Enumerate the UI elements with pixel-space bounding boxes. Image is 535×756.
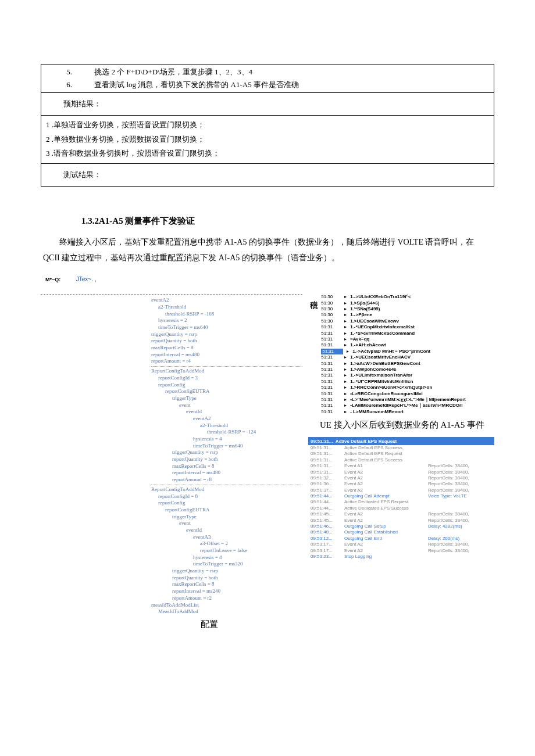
log-row: 51:31▸•LAMMouremefdlRepcH'L*>Me｜asur9m<M… xyxy=(321,403,494,409)
expected-label: 预期结果： xyxy=(46,99,489,109)
section-heading: 1.3.2A1-A5 测量事件下发验证 xyxy=(41,216,494,227)
tree-node: reportConfigEUTRA xyxy=(151,388,302,395)
expected-3-num: 3 xyxy=(46,149,50,157)
event-row: 09:51:31...Event A1ReportCells: 38400, xyxy=(308,463,494,469)
tree-node: triggerType xyxy=(151,514,302,521)
tree-node: reportConfigId = 8 xyxy=(151,493,302,500)
log-row: 51:30▸1.'*SNa(S495) xyxy=(321,306,494,312)
tree-node: eventA3 xyxy=(151,534,302,541)
test-result-cell: 测试结果： xyxy=(41,164,494,187)
tree-node: timeToTrigger = ms640 xyxy=(151,443,302,450)
event-row: 09:51:46...Outgoing Call SetupDelay: 428… xyxy=(308,524,494,529)
step-5: 5. 挑选 2 个 F+D\D+D\场景，重复步骤 1、2、3、4 xyxy=(46,67,489,77)
tree-node: eventA2 xyxy=(151,415,302,422)
event-row: 09:51:44...Active Dedicated EPS Success xyxy=(308,506,494,511)
log-row: 51:30▸1.->Pβene xyxy=(321,312,494,318)
tree-node: timeToTrigger = ms320 xyxy=(151,561,302,568)
tree-node: reportOnLeave = false xyxy=(151,547,302,554)
tree-node: reportConfigEUTRA xyxy=(151,507,302,514)
expected-2-text: .单独数据业务切换，按照数据设置门限切换； xyxy=(52,135,205,144)
right-column: 税倍 51:30▸1.->ULInKXEebOnTra119f°<51:30▸1… xyxy=(308,294,494,615)
event-row: 09:51:31...Active Default EPS Success xyxy=(308,457,494,463)
tree-node: measIdToAddModList xyxy=(151,602,302,609)
log-row: 51:31▸1.->AH:chAeowt xyxy=(321,342,494,348)
tree-node: triggerType xyxy=(151,395,302,402)
tree-node: maxReportCells = 8 xyxy=(151,345,302,352)
tree-node: reportConfigId = 3 xyxy=(151,375,302,382)
event-row: 09:51:31...Event A2ReportCells: 38400, xyxy=(308,470,494,475)
event-table-header: Active Default EPS Request xyxy=(336,439,397,444)
expected-1: 1 .单独语音业务切换，按照语音设置门限切换； xyxy=(46,118,489,132)
tree-node: threshold-RSRP = -124 xyxy=(151,429,302,436)
tree-node: a2-Threshold xyxy=(151,304,302,311)
expected-1-num: 1 xyxy=(46,120,50,129)
tree-node: reportInterval = ms240 xyxy=(151,588,302,595)
log-row: 51:30▸1.>Sβs(S4>6) xyxy=(321,300,494,306)
tree-node: MeasIdToAddMod xyxy=(151,608,302,615)
tree-node: reportConfig xyxy=(151,500,302,507)
log-row: 51:31▸1.-*UECnpMtxIrtvInfcxmalKst xyxy=(321,324,494,330)
log-row: 51:31▸»Avk≡qq xyxy=(321,336,494,342)
log-row: 51:30▸1.->ULInKXEebOnTra119f°< xyxy=(321,294,494,300)
config-tree: eventA2a2-Thresholdthreshold-RSRP = -108… xyxy=(41,294,302,615)
tree-node: reportConfig xyxy=(151,382,302,389)
event-row: 09:53:12...Outgoing Call EndDelay: 200(m… xyxy=(308,536,494,542)
event-row: 09:51:45...Event A2ReportCells: 38400, xyxy=(308,511,494,517)
tree-node: eventId xyxy=(151,527,302,534)
event-row: 09:51:32...Event A2ReportCells: 38400, xyxy=(308,475,494,481)
expected-3-text: .语音和数据业务切换时，按照语音设置门限切换； xyxy=(52,149,220,157)
event-row: 09:51:45...Event A2ReportCells: 38400, xyxy=(308,518,494,524)
tree-node: hysteresis = 2 xyxy=(151,317,302,324)
log-row: 51:31▸1.->UECsoatMrltvEncHACV xyxy=(321,354,494,360)
log-row: 51:31▸1.->ActvβlaD MnHt ≡ PSO"βrmCont xyxy=(321,349,494,354)
expected-2: 2 .单独数据业务切换，按照数据设置门限切换； xyxy=(46,132,489,147)
log-row: 51:31▸1.>aAcW>DehButtEPSGewCont xyxy=(321,361,494,367)
signaling-log: 51:30▸1.->ULInKXEebOnTra119f°<51:30▸1.>S… xyxy=(321,294,494,415)
tree-node: triggerQuantity = rsrp xyxy=(151,568,302,575)
document-page: 5. 挑选 2 个 F+D\D+D\场景，重复步骤 1、2、3、4 6. 查看测… xyxy=(0,0,535,653)
body-paragraph: 终端接入小区后，基站下发重配置消息中携带 A1-A5 的切换事件（数据业务），随… xyxy=(41,235,494,266)
tree-node: event xyxy=(151,402,302,409)
event-row: 09:51:36...Event A2ReportCells: 38400, xyxy=(308,481,494,487)
event-row: 09:51:48...Outgoing Call Established xyxy=(308,529,494,535)
event-row: 09:51:44...Outgoing Call AttemptVoice Ty… xyxy=(308,493,494,499)
log-row: 51:31▸1.-*S>cvrrilvMcxSeCommand xyxy=(321,331,494,336)
tree-node: maxReportCells = 8 xyxy=(151,581,302,588)
event-row: 09:51:31...Active Default EPS Request xyxy=(308,451,494,457)
tree-node: hysteresis = 4 xyxy=(151,554,302,561)
procedure-table: 5. 挑选 2 个 F+D\D+D\场景，重复步骤 1、2、3、4 6. 查看测… xyxy=(41,64,494,187)
log-row: 51:31▸•L>"Mee*urwmrnMM>cχχt>L">Me｜Mljrem… xyxy=(321,397,494,403)
event-row: 09:53:17...Event A2ReportCells: 38400, xyxy=(308,542,494,547)
log-row: 51:31▸1.>AWβohComo4e4e xyxy=(321,367,494,372)
tree-node: reportQuantity = both xyxy=(151,456,302,463)
log-row: 51:31▸1.>RRCConn>6UonR>c<xrhQutβl>on xyxy=(321,385,494,390)
tree-node: reportAmount = r8 xyxy=(151,476,302,483)
tree-node: reportQuantity = both xyxy=(151,338,302,345)
tree-node: ReportConfigToAddMod xyxy=(151,368,302,375)
tree-node: triggerQuantity = rsrp xyxy=(151,331,302,338)
tree-node: ReportConfigToAddMod xyxy=(151,486,302,493)
cjk-side-label: 税倍 xyxy=(308,294,319,415)
event-table: 09:51:31... Active Default EPS Request 0… xyxy=(308,437,494,560)
tree-node: eventId xyxy=(151,409,302,415)
tree-node: timeToTrigger = ms640 xyxy=(151,324,302,331)
expected-1-text: .单独语音业务切换，按照语音设置门限切换； xyxy=(52,120,205,129)
expected-list-cell: 1 .单独语音业务切换，按照语音设置门限切换； 2 .单独数据业务切换，按照数据… xyxy=(41,116,494,164)
event-row: 09:51:44...Active Dedicated EPS Request xyxy=(308,499,494,505)
tree-node: event xyxy=(151,520,302,527)
log-row: 51:31▸- L>MMSurwnmMReoort xyxy=(321,409,494,415)
tree-node: hysteresis = 4 xyxy=(151,436,302,443)
expected-cell: 预期结果： xyxy=(41,93,494,116)
tree-node: reportAmount = r2 xyxy=(151,595,302,602)
log-row: 51:30▸1.>UECsoaWltvExcwv xyxy=(321,318,494,324)
label-jtex: JTex~. , xyxy=(76,276,97,282)
step-6-num: 6. xyxy=(46,80,92,89)
event-row: 09:53:17...Event A2ReportCells: 38400, xyxy=(308,548,494,554)
tree-node: a2-Threshold xyxy=(151,422,302,429)
tree-node: maxReportCells = 8 xyxy=(151,463,302,470)
step-6-text: 查看测试 log 消息，看切换下发的携带的 A1-A5 事件是否准确 xyxy=(94,80,299,89)
figure-caption: UE 接入小区后收到数据业务的 A1-A5 事件 xyxy=(308,418,494,433)
log-row: 51:31▸1.-*UI"CRPRMltvInfcMnfrlicn xyxy=(321,379,494,385)
event-row: 09:51:37...Event A2ReportCells: 38400, xyxy=(308,488,494,493)
tree-node: reportQuantity = both xyxy=(151,575,302,582)
